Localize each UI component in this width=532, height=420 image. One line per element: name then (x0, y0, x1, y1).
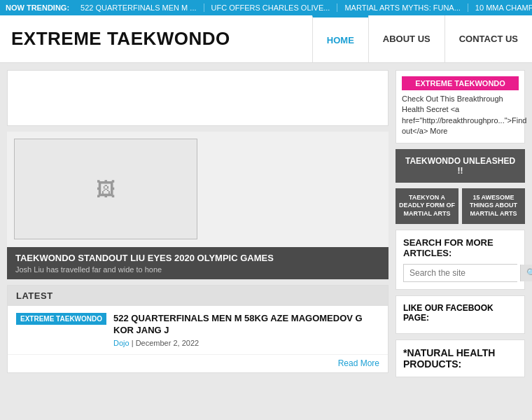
featured-post-title[interactable]: TAEKWONDO STANDOUT LIU EYES 2020 OLYMPIC… (15, 253, 380, 263)
ad-banner (7, 70, 388, 126)
content: 🖼 TAEKWONDO STANDOUT LIU EYES 2020 OLYMP… (7, 70, 388, 377)
latest-section: LATEST EXTREME TAEKWONDO 522 QUARTERFINA… (7, 285, 388, 373)
latest-item-meta: Dojo | December 2, 2022 (113, 339, 379, 347)
featured-post-wrapper: 🖼 TAEKWONDO STANDOUT LIU EYES 2020 OLYMP… (7, 132, 388, 279)
search-input[interactable] (404, 265, 520, 281)
category-badge[interactable]: EXTREME TAEKWONDO (16, 313, 106, 325)
search-widget: SEARCH FOR MORE ARTICLES: 🔍 (396, 230, 525, 290)
featured-image-area: 🖼 (7, 132, 388, 247)
sidebar-ad-title: EXTREME TAEKWONDO (402, 76, 519, 90)
natural-health-widget: *NATURAL HEALTH PRODUCTS: (396, 340, 525, 377)
nav-item-contact[interactable]: CONTACT US (444, 15, 532, 62)
ticker-item[interactable]: 522 QUARTERFINALS MEN M ... (74, 4, 204, 12)
read-more-link[interactable]: Read More (338, 358, 379, 368)
header: EXTREME TAEKWONDO HOME ABOUT US CONTACT … (0, 15, 532, 63)
site-title[interactable]: EXTREME TAEKWONDO (0, 15, 312, 62)
nav-item-home[interactable]: HOME (312, 15, 368, 62)
date: December 2, 2022 (136, 339, 200, 347)
facebook-widget: LIKE OUR FACEBOOK PAGE: (396, 295, 525, 334)
search-widget-title: SEARCH FOR MORE ARTICLES: (403, 237, 517, 258)
nav-item-about[interactable]: ABOUT US (368, 15, 444, 62)
taekwondo-unleashed[interactable]: TAEKWONDO UNLEASHED !! (396, 149, 525, 183)
natural-health-title: *NATURAL HEALTH PRODUCTS: (403, 347, 517, 370)
featured-caption: TAEKWONDO STANDOUT LIU EYES 2020 OLYMPIC… (7, 247, 388, 279)
sidebar: EXTREME TAEKWONDO Check Out This Breakth… (396, 70, 525, 377)
search-button[interactable]: 🔍 (520, 265, 532, 281)
ticker-label: NOW TRENDING: (6, 4, 69, 12)
latest-section-header: LATEST (8, 286, 388, 306)
featured-image-placeholder: 🖼 (14, 139, 197, 239)
search-form: 🔍 (403, 264, 517, 282)
latest-item: EXTREME TAEKWONDO 522 QUARTERFINALS MEN … (8, 306, 388, 355)
nav: HOME ABOUT US CONTACT US (312, 15, 532, 62)
author[interactable]: Dojo (113, 339, 130, 347)
ticker-item[interactable]: 10 MMA CHAMPS DESTINED T... (468, 4, 532, 12)
ticker-items: 522 QUARTERFINALS MEN M ... UFC OFFERS C… (74, 4, 532, 12)
small-article-2[interactable]: 15 AWESOME THINGS ABOUT MARTIAL ARTS (462, 188, 525, 224)
image-icon: 🖼 (96, 178, 115, 201)
ticker-bar: NOW TRENDING: 522 QUARTERFINALS MEN M ..… (0, 0, 532, 15)
small-articles: TAEKYON A DEADLY FORM OF MARTIAL ARTS 15… (396, 188, 525, 224)
ticker-item[interactable]: MARTIAL ARTS MYTHS: FUNA... (337, 4, 468, 12)
main: 🖼 TAEKWONDO STANDOUT LIU EYES 2020 OLYMP… (0, 63, 532, 384)
read-more-container: Read More (8, 355, 388, 372)
sidebar-ad-widget: EXTREME TAEKWONDO Check Out This Breakth… (396, 70, 525, 144)
featured-post-excerpt: Josh Liu has travelled far and wide to h… (15, 265, 380, 274)
sidebar-ad-text: Check Out This Breakthrough Health Secre… (402, 94, 519, 137)
latest-item-content: 522 QUARTERFINALS MEN M 58KG AZE MAGOMED… (113, 313, 379, 347)
latest-item-title[interactable]: 522 QUARTERFINALS MEN M 58KG AZE MAGOMED… (113, 313, 379, 337)
ticker-item[interactable]: UFC OFFERS CHARLES OLIVE... (204, 4, 338, 12)
facebook-title: LIKE OUR FACEBOOK PAGE: (403, 303, 517, 323)
small-article-1[interactable]: TAEKYON A DEADLY FORM OF MARTIAL ARTS (396, 188, 458, 224)
